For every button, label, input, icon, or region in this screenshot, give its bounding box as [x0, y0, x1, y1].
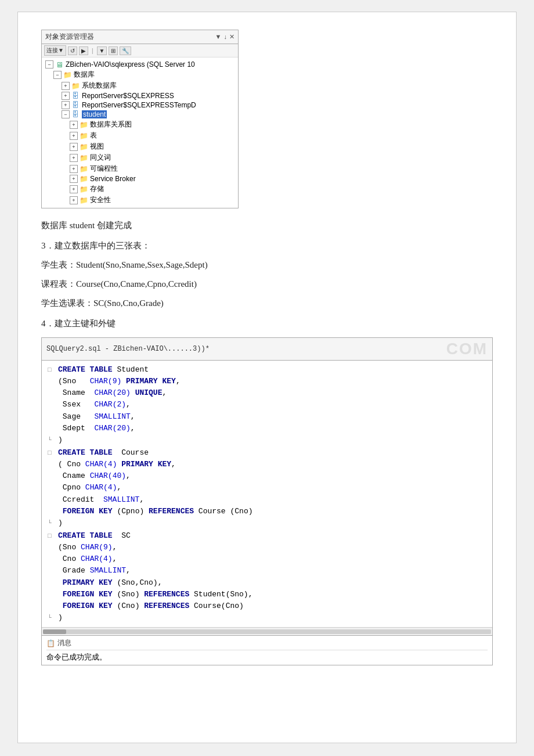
server-icon: 🖥 [55, 60, 64, 69]
sql-student-ssex: Ssex CHAR(2), [48, 399, 486, 411]
scroll-track [43, 629, 491, 634]
folder-icon-views: 📁 [79, 143, 88, 151]
sql-course-cname: Cname CHAR(40), [48, 470, 486, 482]
auto-hide-icon[interactable]: ↓ [224, 33, 228, 41]
reportserver-temp-label: ReportServer$SQLEXPRESSTempD [82, 101, 196, 109]
explorer-toolbar: 连接▼ ↺ ▶ | ▼ ⊞ 🔧 [42, 44, 238, 57]
sql-student-close: └ ) [48, 434, 486, 446]
toolbar-sep: | [90, 47, 95, 55]
sql-sc-header: □ CREATE TABLE SC [48, 530, 486, 542]
stop-button[interactable]: ▶ [79, 46, 88, 55]
collapse-student[interactable]: □ [48, 365, 56, 375]
sql-title-bar: SQLQuery2.sql - ZBichen-VAIO\......3))* … [42, 338, 492, 361]
sql-student-sno: ( Sno CHAR(9) PRIMARY KEY, [48, 376, 486, 387]
message-panel: 📋 消息 命令已成功完成。 [41, 636, 493, 665]
sql-scrollbar[interactable] [42, 627, 492, 635]
explorer-title-icons: ▼ ↓ ✕ [215, 33, 234, 41]
tree-synonyms[interactable]: + 📁 同义词 [70, 152, 234, 163]
close-icon[interactable]: ✕ [229, 33, 234, 41]
sql-student-sdept: Sdept CHAR(20), [48, 423, 486, 434]
expand-student-db[interactable]: − [62, 110, 70, 118]
expand-security[interactable]: + [70, 196, 78, 204]
programmability-label: 可编程性 [90, 164, 118, 174]
folder-icon-service-broker: 📁 [79, 175, 88, 183]
sql-course-ccredit: Ccredit SMALLINT, [48, 494, 486, 506]
expand-system-db[interactable]: + [62, 82, 70, 90]
expand-tables[interactable]: + [70, 132, 78, 140]
collapse-course[interactable]: □ [48, 448, 56, 458]
expand-reportserver-temp[interactable]: + [62, 101, 70, 109]
sql-course-cno: ( Cno CHAR(4) PRIMARY KEY, [48, 459, 486, 470]
server-label: ZBichen-VAIO\sqlexpress (SQL Server 10 [66, 60, 195, 69]
property-button[interactable]: 🔧 [120, 46, 131, 55]
folder-icon-programmability: 📁 [79, 165, 88, 173]
sql-sc-cno: Cno CHAR(4), [48, 553, 486, 565]
expand-diagrams[interactable]: + [70, 121, 78, 129]
tree-tables[interactable]: + 📁 表 [70, 130, 234, 141]
grid-button[interactable]: ⊞ [109, 46, 118, 55]
sql-course-cpno: Cpno CHAR(4), [48, 482, 486, 494]
service-broker-label: Service Broker [90, 175, 136, 183]
expand-storage[interactable]: + [70, 185, 78, 193]
tree-security[interactable]: + 📁 安全性 [70, 195, 234, 206]
page-container: 对象资源管理器 ▼ ↓ ✕ 连接▼ ↺ ▶ | ▼ ⊞ 🔧 − 🖥 ZBiche… [17, 12, 517, 743]
connect-button[interactable]: 连接▼ [44, 45, 66, 56]
folder-icon-storage: 📁 [79, 185, 88, 193]
folder-icon-diagrams: 📁 [79, 121, 88, 129]
expand-synonyms[interactable]: + [70, 154, 78, 162]
sql-sc-fk2: FOREIGN KEY (Cno) REFERENCES Course(Cno) [48, 600, 486, 612]
sql-sc-fk1: FOREIGN KEY (Sno) REFERENCES Student(Sno… [48, 589, 486, 600]
sql-title-text: SQLQuery2.sql - ZBichen-VAIO\......3))* [46, 345, 210, 353]
sql-sc-sno: ( Sno CHAR(9), [48, 542, 486, 553]
message-title-text: 消息 [57, 638, 71, 648]
sql-sc-grade: Grade SMALLINT, [48, 565, 486, 577]
folder-icon-tables: 📁 [79, 132, 88, 140]
sql-student-sage: Sage SMALLINT, [48, 411, 486, 423]
tree-views[interactable]: + 📁 视图 [70, 141, 234, 152]
tree-server[interactable]: − 🖥 ZBichen-VAIO\sqlexpress (SQL Server … [45, 60, 234, 69]
sql-sc-close: └ ) [48, 612, 486, 624]
step4-text: 4．建立主键和外键 [41, 316, 493, 332]
tables-label: 表 [90, 131, 97, 141]
scroll-thumb [43, 629, 66, 634]
expand-programmability[interactable]: + [70, 165, 78, 173]
explorer-title-bar: 对象资源管理器 ▼ ↓ ✕ [42, 30, 238, 44]
expand-views[interactable]: + [70, 143, 78, 151]
tree-system-db[interactable]: + 📁 系统数据库 [62, 80, 234, 91]
sql-body[interactable]: □ CREATE TABLE Student ( Sno CHAR(9) PRI… [42, 361, 492, 627]
sql-watermark: COM [446, 340, 488, 358]
tree-student-db[interactable]: − 🗄 student [62, 110, 234, 119]
tree-diagrams[interactable]: + 📁 数据库关系图 [70, 119, 234, 130]
expand-reportserver[interactable]: + [62, 92, 70, 100]
diagrams-label: 数据库关系图 [90, 120, 132, 129]
message-title-bar: 📋 消息 [46, 638, 488, 650]
sql-course-fk: FOREIGN KEY (Cpno) REFERENCES Course (Cn… [48, 506, 486, 517]
pin-icon[interactable]: ▼ [215, 33, 222, 41]
tree-programmability[interactable]: + 📁 可编程性 [70, 163, 234, 174]
security-label: 安全性 [90, 195, 111, 205]
sql-course-header: □ CREATE TABLE Course [48, 447, 486, 459]
sql-editor-panel: SQLQuery2.sql - ZBichen-VAIO\......3))* … [41, 337, 493, 636]
views-label: 视图 [90, 142, 104, 152]
refresh-button[interactable]: ↺ [68, 46, 77, 55]
tree-reportserver[interactable]: + 🗄 ReportServer$SQLEXPRESS [62, 91, 234, 100]
db-icon-reportserver: 🗄 [71, 92, 80, 100]
sql-paren-open-1: ( [58, 376, 63, 387]
databases-label: 数据库 [74, 70, 95, 80]
collapse-sc[interactable]: □ [48, 531, 56, 541]
folder-icon-synonyms: 📁 [79, 154, 88, 162]
sql-sc-pk: PRIMARY KEY (Sno,Cno), [48, 577, 486, 589]
reportserver-label: ReportServer$SQLEXPRESS [82, 92, 174, 100]
filter-button[interactable]: ▼ [97, 46, 107, 55]
db-created-text: 数据库 student 创建完成 [41, 218, 493, 233]
sql-paren-close-1: ) [58, 434, 63, 446]
expand-service-broker[interactable]: + [70, 175, 78, 183]
expand-databases[interactable]: − [53, 71, 62, 79]
table-student-text: 学生表：Student(Sno,Sname,Ssex,Sage,Sdept) [41, 257, 493, 273]
tree-storage[interactable]: + 📁 存储 [70, 183, 234, 195]
tree-databases[interactable]: − 📁 数据库 [53, 69, 234, 80]
expand-server[interactable]: − [45, 60, 53, 69]
storage-label: 存储 [90, 184, 104, 194]
tree-reportserver-temp[interactable]: + 🗄 ReportServer$SQLEXPRESSTempD [62, 100, 234, 110]
tree-service-broker[interactable]: + 📁 Service Broker [70, 174, 234, 183]
